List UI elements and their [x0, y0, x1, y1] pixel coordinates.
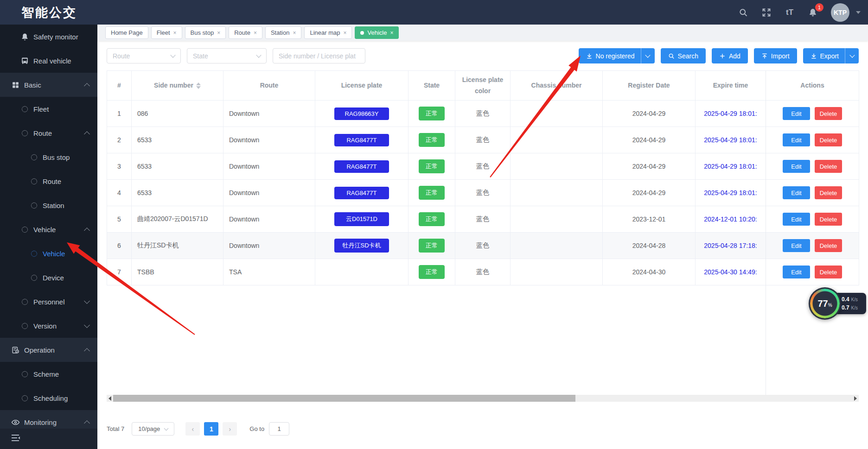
- circle-icon: [29, 272, 39, 283]
- cell-actions: EditDelete: [766, 180, 859, 206]
- delete-button[interactable]: Delete: [815, 239, 842, 252]
- sidebar-item-basic[interactable]: Basic: [0, 73, 97, 97]
- sidebar-item-real-vehicle[interactable]: Real vehicle: [0, 49, 97, 73]
- sidebar-item-device[interactable]: Device: [0, 266, 97, 290]
- close-icon[interactable]: ×: [343, 30, 346, 36]
- search-button[interactable]: Search: [661, 48, 706, 63]
- font-size-icon[interactable]: tT: [785, 7, 795, 18]
- side-number-input[interactable]: [273, 48, 365, 63]
- sidebar-item-station[interactable]: Station: [0, 193, 97, 217]
- prev-page-button[interactable]: ‹: [185, 422, 200, 436]
- edit-button[interactable]: Edit: [783, 213, 810, 226]
- export-button[interactable]: Export: [803, 48, 845, 63]
- scroll-right-arrow-icon[interactable]: [852, 395, 859, 402]
- cell-index: 3: [107, 153, 132, 180]
- tab-bus-stop[interactable]: Bus stop×: [185, 26, 226, 39]
- table-row: 7 TSBB TSA 正常 蓝色 2024-04-30 2025-04-30 1…: [107, 259, 859, 285]
- cell-register-date: 2023-12-01: [603, 206, 696, 233]
- edit-button[interactable]: Edit: [783, 160, 810, 173]
- sidebar-item-safety-monitor[interactable]: Safety monitor: [0, 25, 97, 49]
- tab-linear-map[interactable]: Linear map×: [304, 26, 352, 39]
- delete-button[interactable]: Delete: [815, 133, 842, 146]
- tab-vehicle[interactable]: Vehicle×: [355, 26, 399, 39]
- tab-station[interactable]: Station×: [265, 26, 302, 39]
- cell-plate-color: 蓝色: [455, 206, 511, 233]
- state-select[interactable]: State: [187, 48, 267, 63]
- sidebar-item-route[interactable]: Route: [0, 169, 97, 193]
- delete-button[interactable]: Delete: [815, 107, 842, 120]
- edit-button[interactable]: Edit: [783, 133, 810, 146]
- cell-index: 4: [107, 180, 132, 206]
- tab-bar: Home Page Fleet× Bus stop× Route× Statio…: [97, 25, 868, 41]
- tab-route[interactable]: Route×: [229, 26, 262, 39]
- close-icon[interactable]: ×: [293, 30, 296, 36]
- bell-icon: [19, 32, 30, 42]
- goto-page-input[interactable]: [269, 422, 289, 436]
- main-area: Home Page Fleet× Bus stop× Route× Statio…: [97, 25, 868, 449]
- col-side-number[interactable]: Side number: [132, 71, 223, 101]
- col-chassis-number: Chassis number: [511, 71, 603, 101]
- scrollbar-thumb[interactable]: [113, 395, 575, 402]
- cell-side-number: 6533: [132, 153, 223, 180]
- close-icon[interactable]: ×: [217, 30, 220, 36]
- scroll-left-arrow-icon[interactable]: [107, 395, 113, 402]
- tab-fleet[interactable]: Fleet×: [151, 26, 182, 39]
- sidebar-item-operation[interactable]: Operation: [0, 338, 97, 362]
- delete-button[interactable]: Delete: [815, 160, 842, 173]
- sidebar-item-vehicle[interactable]: Vehicle: [0, 241, 97, 266]
- collapse-menu-icon[interactable]: [10, 433, 21, 444]
- cell-plate-color: 蓝色: [455, 180, 511, 206]
- page-number-button[interactable]: 1: [204, 422, 218, 436]
- cell-state: 正常: [408, 101, 455, 127]
- export-dropdown-button[interactable]: [845, 48, 859, 63]
- search-icon[interactable]: [738, 7, 748, 18]
- no-registered-split-button: No registered: [579, 48, 655, 63]
- sidebar-item-vehicle-group[interactable]: Vehicle: [0, 217, 97, 241]
- route-select[interactable]: Route: [107, 48, 181, 63]
- grid-icon: [10, 80, 20, 90]
- edit-button[interactable]: Edit: [783, 186, 810, 199]
- delete-button[interactable]: Delete: [815, 186, 842, 199]
- close-icon[interactable]: ×: [390, 30, 393, 36]
- close-icon[interactable]: ×: [254, 30, 257, 36]
- circle-icon: [19, 393, 30, 403]
- circle-icon: [29, 152, 39, 162]
- tab-home-page[interactable]: Home Page: [105, 26, 148, 39]
- sidebar-item-scheduling[interactable]: Scheduling: [0, 386, 97, 410]
- cell-register-date: 2024-04-28: [603, 233, 696, 259]
- page-size-select[interactable]: 10/page: [132, 422, 174, 436]
- notifications-bell-icon[interactable]: 1: [808, 7, 818, 18]
- sidebar-item-fleet[interactable]: Fleet: [0, 97, 97, 121]
- cell-license-plate: RAG8477T: [315, 180, 408, 206]
- col-register-date: Register Date: [603, 71, 696, 101]
- no-registered-dropdown-button[interactable]: [641, 48, 655, 63]
- delete-button[interactable]: Delete: [815, 266, 842, 278]
- sidebar-item-version[interactable]: Version: [0, 314, 97, 338]
- avatar[interactable]: KTP: [831, 3, 849, 22]
- close-icon[interactable]: ×: [173, 30, 177, 36]
- sort-icon[interactable]: [196, 82, 201, 89]
- sidebar-item-scheme[interactable]: Scheme: [0, 362, 97, 386]
- col-route: Route: [223, 71, 315, 101]
- sidebar-item-personnel[interactable]: Personnel: [0, 290, 97, 314]
- cell-chassis: [511, 101, 603, 127]
- fullscreen-icon[interactable]: [761, 7, 772, 18]
- delete-button[interactable]: Delete: [815, 213, 842, 226]
- avatar-chevron-down-icon[interactable]: [856, 11, 861, 14]
- table-row: 6 牡丹江SD卡机 Downtown 牡丹江SD卡机 正常 蓝色 2024-04…: [107, 233, 859, 259]
- cell-route: Downtown: [223, 127, 315, 153]
- next-page-button[interactable]: ›: [223, 422, 237, 436]
- edit-button[interactable]: Edit: [783, 239, 810, 252]
- horizontal-scrollbar[interactable]: [107, 395, 859, 402]
- edit-button[interactable]: Edit: [783, 266, 810, 278]
- import-button[interactable]: Import: [754, 48, 797, 63]
- app-logo: 智能公交: [0, 4, 97, 21]
- status-badge: 正常: [419, 133, 445, 147]
- edit-button[interactable]: Edit: [783, 107, 810, 120]
- sidebar-item-route-group[interactable]: Route: [0, 121, 97, 145]
- sidebar-item-bus-stop[interactable]: Bus stop: [0, 145, 97, 169]
- add-button[interactable]: Add: [712, 48, 748, 63]
- cpu-gauge[interactable]: 77%: [809, 287, 841, 320]
- no-registered-button[interactable]: No registered: [579, 48, 641, 63]
- plate-badge: RAG8477T: [334, 160, 389, 173]
